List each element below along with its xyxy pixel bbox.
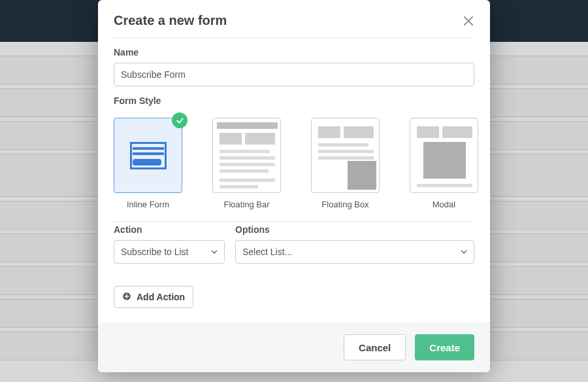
floating-bar-icon — [217, 122, 278, 190]
caret-down-icon — [461, 247, 467, 257]
name-input[interactable] — [114, 63, 474, 86]
options-select[interactable]: Select List... — [235, 240, 474, 264]
floating-box-icon — [316, 122, 376, 190]
cancel-button[interactable]: Cancel — [344, 334, 406, 360]
close-button[interactable] — [463, 15, 474, 27]
plus-circle-icon — [122, 292, 131, 303]
options-select-value: Select List... — [242, 247, 292, 257]
style-label: Modal — [410, 200, 478, 209]
style-label: Inline Form — [114, 200, 182, 209]
action-select[interactable]: Subscribe to List — [114, 240, 225, 264]
cancel-label: Cancel — [359, 342, 391, 353]
style-option-floating-bar[interactable]: Floating Bar — [212, 118, 281, 209]
add-action-label: Add Action — [137, 292, 185, 302]
caret-down-icon — [211, 247, 218, 257]
modal-title: Create a new form — [114, 13, 227, 28]
style-label: Floating Box — [311, 200, 380, 209]
inline-form-icon — [130, 142, 167, 169]
create-form-modal: Create a new form Name Form Style — [98, 0, 490, 372]
check-icon — [172, 113, 188, 128]
style-option-modal[interactable]: Modal — [410, 118, 478, 209]
style-option-floating-box[interactable]: Floating Box — [311, 118, 380, 209]
action-select-value: Subscribe to List — [121, 247, 189, 257]
create-button[interactable]: Create — [415, 334, 474, 360]
action-label: Action — [114, 224, 225, 235]
style-label: Floating Bar — [212, 200, 281, 209]
options-label: Options — [235, 224, 474, 235]
style-option-inline[interactable]: Inline Form — [114, 118, 182, 209]
add-action-button[interactable]: Add Action — [114, 286, 193, 308]
name-label: Name — [114, 47, 474, 58]
create-label: Create — [429, 342, 460, 353]
modal-icon — [414, 122, 475, 190]
close-icon — [463, 15, 474, 27]
form-style-label: Form Style — [114, 95, 474, 106]
